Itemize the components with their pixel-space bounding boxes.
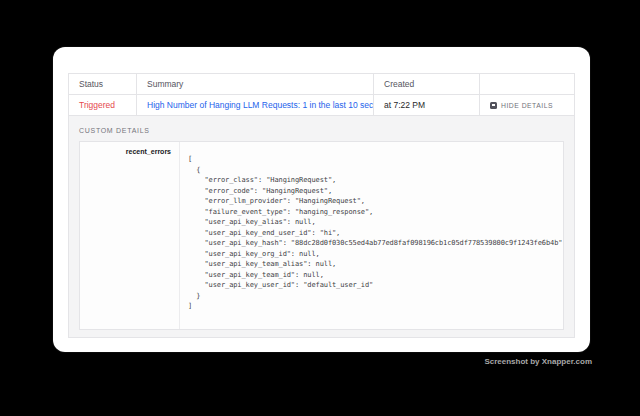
- actions-cell: HIDE DETAILS: [479, 95, 574, 115]
- hide-details-button[interactable]: HIDE DETAILS: [490, 102, 553, 109]
- column-header-actions: [479, 74, 574, 94]
- details-field-value-container: [ { "error_class": "HangingRequest", "er…: [180, 142, 563, 329]
- details-field-key: recent_errors: [80, 142, 180, 329]
- created-timestamp: at 7:22 PM: [384, 100, 425, 110]
- status-badge: Triggered: [79, 100, 115, 110]
- minus-square-icon: [490, 102, 497, 109]
- alert-summary-link[interactable]: High Number of Hanging LLM Requests: 1 i…: [147, 100, 373, 110]
- column-header-status: Status: [69, 74, 136, 94]
- alert-card: Status Summary Created Triggered High Nu…: [53, 47, 590, 352]
- xnapper-watermark: Screenshot by Xnapper.com: [484, 357, 592, 366]
- screenshot-stage: Status Summary Created Triggered High Nu…: [0, 0, 640, 416]
- alerts-table: Status Summary Created Triggered High Nu…: [68, 73, 575, 338]
- hide-details-label: HIDE DETAILS: [501, 102, 553, 109]
- column-header-created: Created: [373, 74, 479, 94]
- created-cell: at 7:22 PM: [373, 95, 479, 115]
- table-row: Triggered High Number of Hanging LLM Req…: [69, 95, 574, 116]
- recent-errors-json: [ { "error_class": "HangingRequest", "er…: [188, 154, 555, 312]
- details-code-box: recent_errors [ { "error_class": "Hangin…: [79, 141, 564, 330]
- status-cell: Triggered: [69, 95, 136, 115]
- table-header-row: Status Summary Created: [69, 74, 574, 95]
- custom-details-heading: CUSTOM DETAILS: [79, 127, 564, 134]
- custom-details-section: CUSTOM DETAILS recent_errors [ { "error_…: [69, 116, 574, 337]
- summary-cell: High Number of Hanging LLM Requests: 1 i…: [136, 95, 373, 115]
- column-header-summary: Summary: [136, 74, 373, 94]
